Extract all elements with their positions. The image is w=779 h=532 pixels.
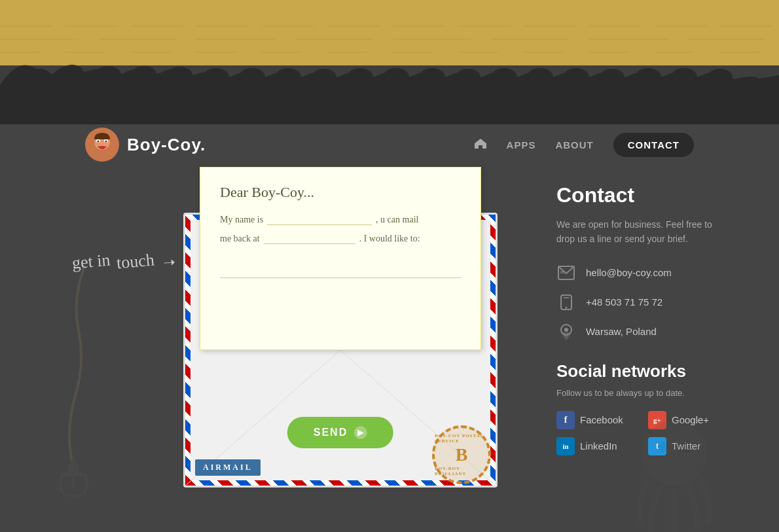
envelope: Dear Boy-Coy... My name is , u can mail … [183,167,498,488]
get-in-touch-arrow: ➝ [162,253,175,271]
linkedin-icon: in [556,437,575,455]
svg-point-14 [383,68,409,86]
octopus-decoration [609,401,740,532]
contact-phone-row: +48 503 71 75 72 [556,293,727,312]
stamp-text-top: BOY-COY POSTAL SERVICE [435,433,488,444]
email-input[interactable] [264,233,355,244]
letter-line2-prefix: me back at [220,234,260,244]
phone-icon [556,293,576,312]
nav-about[interactable]: ABOUT [555,139,593,151]
anchor-decoration [46,265,164,514]
location-icon [556,322,576,342]
svg-point-20 [600,69,625,86]
svg-rect-38 [560,271,564,274]
stamp-text-bottom: BOY-BOY BRILLIANT [435,466,488,476]
svg-point-4 [26,69,52,88]
svg-rect-30 [100,146,105,149]
letter-line2-suffix: . I would like to: [359,234,420,244]
svg-point-18 [527,68,553,86]
contact-email[interactable]: hello@boy-coy.com [586,267,672,278]
svg-point-13 [347,68,373,86]
send-button-area: SEND ▶ [287,417,393,448]
send-label: SEND [314,427,348,438]
svg-point-46 [681,442,691,452]
svg-point-21 [635,68,661,86]
letter-line-2: me back at . I would like to: [220,233,461,244]
svg-point-44 [642,421,707,486]
svg-point-28 [98,141,100,143]
svg-point-12 [312,69,336,86]
letter-line-1: My name is , u can mail [220,214,461,225]
svg-point-23 [708,69,733,86]
svg-point-17 [491,68,517,86]
svg-point-8 [168,67,192,84]
contact-location: Warsaw, Poland [586,326,657,337]
send-icon: ▶ [354,426,367,439]
send-button[interactable]: SEND ▶ [287,417,393,448]
contact-title: Contact [556,183,727,207]
message-textarea[interactable] [220,252,461,278]
contact-description: We are open for business. Feel free to d… [556,217,727,247]
brand-name: Boy-Coy. [127,135,206,155]
social-description: Follow us to be always up to date. [556,388,727,398]
svg-point-11 [275,68,301,86]
get-in-touch-text: get in [71,251,111,274]
logo-area: Boy-Coy. [85,128,206,162]
svg-point-19 [563,68,589,86]
svg-point-45 [657,442,668,452]
letter-line1-prefix: My name is [220,215,263,225]
home-nav-icon[interactable] [474,137,487,152]
svg-point-7 [131,66,157,84]
stamp-letter: B [456,444,468,465]
svg-point-40 [566,306,568,308]
airmail-stamp: AIRMAIL [195,459,261,476]
facebook-icon: f [556,411,575,429]
name-input[interactable] [267,214,372,225]
email-icon [556,263,576,283]
contact-phone: +48 503 71 75 72 [586,296,662,308]
nav-apps[interactable]: APPS [507,139,536,151]
nav-links: APPS ABOUT CONTACT [474,133,694,157]
svg-point-9 [203,68,229,86]
svg-point-15 [419,68,445,86]
svg-point-29 [105,141,107,143]
logo-avatar [85,128,119,162]
svg-point-22 [671,68,697,86]
social-title: Social networks [556,361,727,381]
letter-line1-suffix: , u can mail [376,215,418,225]
nav-contact[interactable]: CONTACT [613,133,694,157]
navbar: Boy-Coy. APPS ABOUT CONTACT [0,128,779,162]
contact-location-row: Warsaw, Poland [556,322,727,342]
postal-stamp: BOY-COY POSTAL SERVICE B BOY-BOY BRILLIA… [432,425,491,484]
letter-message-row [220,252,461,281]
svg-point-43 [564,328,568,332]
letter: Dear Boy-Coy... My name is , u can mail … [200,167,481,350]
svg-point-5 [60,65,84,82]
letter-greeting: Dear Boy-Coy... [220,184,461,201]
get-in-touch-text2: touch [115,251,154,274]
svg-point-10 [239,68,265,86]
contact-email-row: hello@boy-coy.com [556,263,727,283]
svg-point-16 [456,69,480,86]
svg-point-6 [95,66,121,84]
